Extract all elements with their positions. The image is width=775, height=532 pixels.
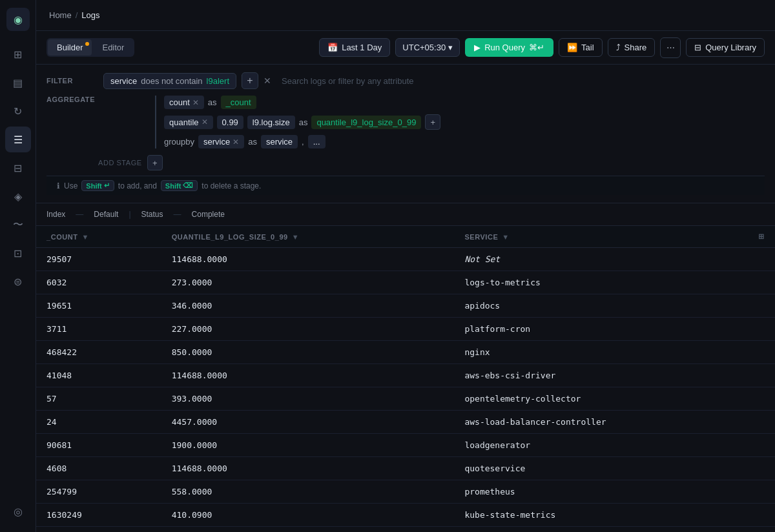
sidebar-item-dashboard[interactable]: ⊞ <box>5 41 31 67</box>
cell-service: apidocs <box>454 294 775 318</box>
sidebar-item-waves[interactable]: 〜 <box>5 212 31 238</box>
filter-search-placeholder[interactable]: Search logs or filter by any attribute <box>276 74 419 88</box>
quantile-func-label: quantile <box>169 118 199 127</box>
table-row[interactable]: 41048114688.0000aws-ebs-csi-driver <box>36 364 775 387</box>
run-query-button[interactable]: ▶ Run Query ⌘↵ <box>465 38 553 57</box>
builder-dot <box>85 42 89 46</box>
table-row[interactable]: 906811900.0000loadgenerator <box>36 434 775 457</box>
filter-operator: does not contain <box>141 76 202 86</box>
count-func-label: count <box>169 97 190 107</box>
table-row[interactable]: 29507114688.0000Not Set <box>36 248 775 271</box>
quantile-alias: quantile_l9_log_size_0_99 <box>311 116 421 129</box>
cell-service: Not Set <box>454 248 775 271</box>
hint-row: ℹ Use Shift ↵ to add, and Shift ⌫ to del… <box>46 176 765 195</box>
col-header-quantile[interactable]: QUANTILE_L9_LOG_SIZE_0_99 ▼ <box>161 226 455 248</box>
quantile-chip[interactable]: quantile ✕ <box>164 116 213 129</box>
sidebar-item-activity[interactable]: ↻ <box>5 98 31 124</box>
cell-service: prometheus <box>454 480 775 504</box>
remove-count-button[interactable]: ✕ <box>192 98 199 107</box>
remove-groupby-button[interactable]: ✕ <box>232 138 239 147</box>
col-header-count[interactable]: _COUNT ▼ <box>36 226 161 248</box>
add-filter-button[interactable]: + <box>242 72 258 89</box>
table-row[interactable]: 468422850.0000nginx <box>36 341 775 364</box>
cell-service: aws-ebs-csi-driver <box>454 364 775 387</box>
quantile-col-label: QUANTILE_L9_LOG_SIZE_0_99 <box>172 233 288 241</box>
cell-quantile: 273.0000 <box>161 271 455 294</box>
quantile-as-keyword: as <box>299 118 308 127</box>
quantile-filter-icon[interactable]: ▼ <box>292 233 299 241</box>
filter-field: service <box>110 76 137 86</box>
app-logo[interactable]: ◉ <box>6 8 30 31</box>
library-icon: ⊟ <box>694 43 701 52</box>
profile-button[interactable]: ◎ <box>5 498 31 524</box>
cell-service: scheduled-jobs <box>454 527 775 533</box>
col-header-service[interactable]: SERVICE ▼ ⊞ <box>454 226 775 248</box>
table-row[interactable]: 254799558.0000prometheus <box>36 480 775 504</box>
time-range-button[interactable]: 📅 Last 1 Day <box>319 38 390 57</box>
cell-count: 57 <box>36 387 161 411</box>
table-row[interactable]: 244457.0000aws-load-balancer-controller <box>36 411 775 434</box>
more-options-button[interactable]: ⋯ <box>660 37 681 58</box>
tab-builder[interactable]: Builder <box>48 39 92 56</box>
quantile-value-chip[interactable]: 0.99 <box>217 116 243 129</box>
remove-filter-button[interactable]: ✕ <box>264 76 271 85</box>
timezone-button[interactable]: UTC+05:30 ▾ <box>395 38 460 57</box>
service-filter-icon[interactable]: ▼ <box>502 233 509 241</box>
query-toolbar: Builder Editor 📅 Last 1 Day UTC+05:30 ▾ … <box>36 31 775 65</box>
sidebar-item-logs[interactable]: ☰ <box>5 127 31 152</box>
aggregate-count-row: count ✕ as _count <box>164 96 440 109</box>
count-chip[interactable]: count ✕ <box>164 96 204 109</box>
shortcut-label: ⌘↵ <box>529 43 544 52</box>
table-row[interactable]: 32038695.0000scheduled-jobs <box>36 527 775 533</box>
aggregate-label: AGGREGATE <box>46 96 98 103</box>
hint-text-before: Use <box>64 181 78 190</box>
breadcrumb-separator: / <box>76 10 78 20</box>
filter-label: FILTER <box>46 77 98 85</box>
profile-icon: ◎ <box>14 506 23 518</box>
filter-tag[interactable]: service does not contain l9alert <box>103 73 236 89</box>
tab-editor[interactable]: Editor <box>93 39 133 56</box>
groupby-ellipsis-chip[interactable]: ... <box>308 135 326 148</box>
breadcrumb-home[interactable]: Home <box>49 10 72 20</box>
cell-count: 90681 <box>36 434 161 457</box>
table-row[interactable]: 57393.0000opentelemetry-collector <box>36 387 775 411</box>
tail-icon: ⏩ <box>567 43 577 52</box>
results-table: _COUNT ▼ QUANTILE_L9_LOG_SIZE_0_99 ▼ SER… <box>36 226 775 532</box>
query-library-button[interactable]: ⊟ Query Library <box>686 38 765 57</box>
service-col-label: SERVICE <box>464 233 498 241</box>
shift-add-key: Shift ↵ <box>81 180 114 191</box>
table-row[interactable]: 6032273.0000logs-to-metrics <box>36 271 775 294</box>
activity-icon: ↻ <box>14 105 22 118</box>
quantile-field-chip[interactable]: l9.log.size <box>247 116 295 129</box>
quantile-value-label: 0.99 <box>222 118 238 127</box>
controls-icon: ⊜ <box>14 276 22 288</box>
groupby-field-chip[interactable]: service ✕ <box>198 135 244 148</box>
add-stage-button[interactable]: + <box>147 155 163 170</box>
cell-count: 32038 <box>36 527 161 533</box>
tail-button[interactable]: ⏩ Tail <box>559 38 603 57</box>
table-row[interactable]: 19651346.0000apidocs <box>36 294 775 318</box>
table-row[interactable]: 1630249410.0900kube-state-metrics <box>36 504 775 527</box>
count-filter-icon[interactable]: ▼ <box>82 233 89 241</box>
calendar-icon: 📅 <box>327 43 338 52</box>
sidebar-item-tables[interactable]: ▤ <box>5 70 31 96</box>
table-row[interactable]: 3711227.0000platform-cron <box>36 318 775 341</box>
groupby-keyword: groupby <box>164 137 194 147</box>
add-aggregate-button[interactable]: + <box>425 114 440 130</box>
sidebar-item-alert[interactable]: ⊡ <box>5 240 31 266</box>
remove-quantile-button[interactable]: ✕ <box>202 118 208 127</box>
groupby-alias-chip[interactable]: service <box>261 135 298 148</box>
share-icon: ⤴ <box>616 43 621 52</box>
columns-config-button[interactable]: ⊞ <box>758 232 765 241</box>
groupby-field-label: service <box>203 137 230 147</box>
chevron-down-icon: ▾ <box>448 43 453 52</box>
logs-icon: ☰ <box>14 134 23 146</box>
status-value: Complete <box>192 210 225 219</box>
sidebar-item-controls[interactable]: ⊜ <box>5 269 31 294</box>
share-button[interactable]: ⤴ Share <box>608 38 656 57</box>
cell-service: nginx <box>454 341 775 364</box>
sidebar-item-settings[interactable]: ◈ <box>5 183 31 209</box>
sidebar-item-filter[interactable]: ⊟ <box>5 155 31 181</box>
table-row[interactable]: 4608114688.0000quoteservice <box>36 457 775 480</box>
topnav: Home / Logs <box>36 0 775 31</box>
